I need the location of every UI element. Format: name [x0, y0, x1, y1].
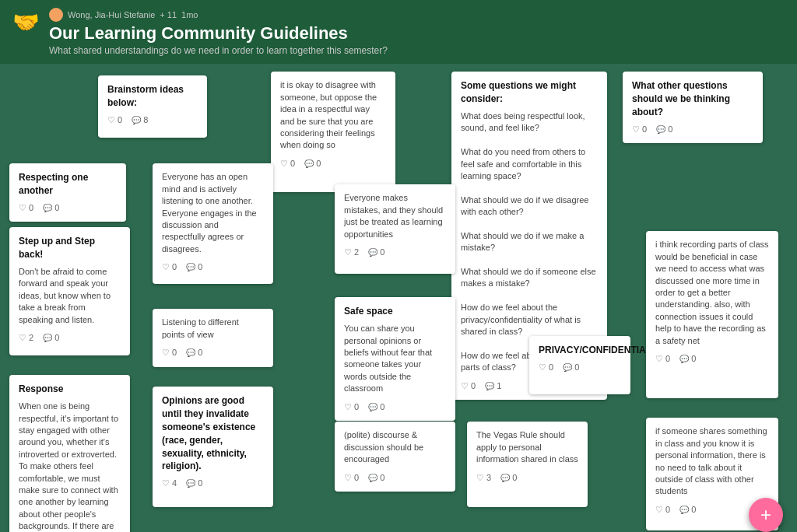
- comment-count[interactable]: 0: [500, 472, 517, 484]
- chat-icon: [679, 353, 689, 365]
- card-body: The Vegas Rule should apply to personal …: [476, 429, 578, 465]
- card-title: Respecting one another: [19, 171, 117, 198]
- chat-icon: [186, 478, 195, 489]
- comment-count[interactable]: 0: [679, 353, 696, 365]
- heart-icon: [476, 472, 484, 484]
- card-footer: 0 0: [162, 347, 264, 359]
- heart-icon: [162, 261, 170, 273]
- comment-count[interactable]: 1: [485, 380, 501, 392]
- card-card14[interactable]: The Vegas Rule should apply to personal …: [467, 422, 588, 507]
- chat-icon: [132, 114, 141, 126]
- heart-icon: [539, 362, 546, 373]
- chat-icon: [304, 158, 314, 170]
- like-count[interactable]: 0: [539, 362, 553, 373]
- time-ago: 1mo: [181, 10, 198, 19]
- heart-icon: [19, 332, 26, 344]
- chat-icon: [43, 332, 52, 344]
- card-card15[interactable]: PRIVACY/CONFIDENTIALITY 0 0: [529, 336, 630, 394]
- header-icon: 🤝: [12, 9, 40, 35]
- like-count[interactable]: 0: [655, 353, 670, 365]
- card-body: Don't be afraid to come forward and spea…: [19, 266, 121, 326]
- like-count[interactable]: 0: [162, 261, 177, 273]
- like-count[interactable]: 0: [655, 504, 670, 516]
- card-footer: 2 0: [19, 332, 121, 344]
- card-footer: 0 0: [632, 124, 753, 135]
- comment-count[interactable]: 8: [132, 114, 148, 126]
- card-body: When one is being respectful, it's impor…: [19, 401, 121, 532]
- comment-count[interactable]: 0: [43, 332, 59, 344]
- card-footer: 0 0: [280, 158, 386, 170]
- author-name: Wong, Jia-Hui Stefanie: [68, 10, 155, 19]
- card-footer: 4 0: [162, 478, 264, 489]
- header: 🤝 Wong, Jia-Hui Stefanie + 11 1mo Our Le…: [0, 0, 797, 64]
- card-footer: 0 0: [539, 362, 621, 373]
- card-body: Everyone makes mistakes, and they should…: [344, 192, 446, 240]
- card-card12[interactable]: Opinions are good until they invalidate …: [153, 387, 273, 507]
- like-count[interactable]: 0: [344, 401, 359, 413]
- heart-icon: [344, 401, 352, 413]
- card-body: it is okay to disagree with someone, but…: [280, 79, 386, 151]
- card-footer: 0 8: [107, 114, 198, 126]
- add-button[interactable]: +: [749, 498, 783, 532]
- like-count[interactable]: 0: [461, 380, 476, 392]
- card-footer: 0 0: [19, 202, 117, 214]
- like-count[interactable]: 0: [280, 158, 295, 170]
- card-card2[interactable]: it is okay to disagree with someone, but…: [271, 72, 395, 192]
- card-body: (polite) discourse & discussion should b…: [344, 429, 446, 465]
- heart-icon: [19, 202, 26, 214]
- card-card8[interactable]: Step up and Step back!Don't be afraid to…: [9, 227, 130, 355]
- comment-count[interactable]: 0: [186, 478, 202, 489]
- card-card9[interactable]: Listening to different points of view 0 …: [153, 309, 273, 366]
- card-footer: 0 0: [162, 261, 264, 273]
- card-footer: 0 0: [344, 472, 446, 484]
- heart-icon: [280, 158, 288, 170]
- like-count[interactable]: 2: [19, 332, 33, 344]
- page-subtitle: What shared understandings do we need in…: [49, 45, 785, 56]
- like-count[interactable]: 0: [19, 202, 33, 214]
- comment-count[interactable]: 0: [368, 472, 384, 484]
- comment-count[interactable]: 0: [186, 347, 202, 359]
- card-card13[interactable]: (polite) discourse & discussion should b…: [335, 422, 455, 492]
- card-footer: 0 0: [655, 353, 769, 365]
- card-card11[interactable]: ResponseWhen one is being respectful, it…: [9, 375, 130, 532]
- chat-icon: [679, 504, 689, 516]
- heart-icon: [461, 380, 469, 392]
- like-count[interactable]: 0: [162, 347, 177, 359]
- like-count[interactable]: 2: [344, 247, 359, 258]
- card-card10[interactable]: Safe spaceYou can share you personal opi…: [335, 297, 455, 421]
- comment-count[interactable]: 0: [368, 401, 384, 413]
- card-title: Safe space: [344, 305, 446, 318]
- card-body: if someone shares something in class and…: [655, 425, 769, 497]
- comment-count[interactable]: 0: [43, 202, 59, 214]
- like-count[interactable]: 0: [344, 472, 359, 484]
- comment-count[interactable]: 0: [368, 247, 384, 258]
- like-count[interactable]: 0: [632, 124, 647, 135]
- heart-icon: [344, 247, 352, 258]
- card-body: Listening to different points of view: [162, 317, 264, 341]
- comment-count[interactable]: 0: [656, 124, 672, 135]
- card-body: Everyone has an open mind and is activel…: [162, 171, 264, 255]
- card-footer: 3 0: [476, 472, 578, 484]
- comment-count[interactable]: 0: [679, 504, 696, 516]
- heart-icon: [344, 472, 352, 484]
- card-body: You can share you personal opinions or b…: [344, 323, 446, 394]
- like-count[interactable]: 0: [107, 114, 122, 126]
- like-count[interactable]: 3: [476, 472, 491, 484]
- card-title: Some questions we might consider:: [461, 79, 598, 106]
- like-count[interactable]: 4: [162, 478, 177, 489]
- comment-count[interactable]: 0: [563, 362, 579, 373]
- card-card7[interactable]: Everyone makes mistakes, and they should…: [335, 184, 455, 274]
- chat-icon: [368, 401, 377, 413]
- comment-count[interactable]: 0: [186, 261, 202, 273]
- card-card1[interactable]: Brainstorm ideas below: 0 8: [98, 75, 207, 138]
- card-card4[interactable]: What other questions should we be thinki…: [623, 72, 763, 143]
- card-title: Brainstorm ideas below:: [107, 83, 198, 110]
- card-card6[interactable]: Everyone has an open mind and is activel…: [153, 163, 273, 284]
- heart-icon: [162, 347, 170, 359]
- card-title: Opinions are good until they invalidate …: [162, 394, 264, 473]
- card-card5[interactable]: Respecting one another 0 0: [9, 163, 126, 222]
- comment-count[interactable]: 0: [304, 158, 321, 170]
- card-card16[interactable]: i think recording parts of class would b…: [646, 231, 778, 398]
- chat-icon: [485, 380, 494, 392]
- chat-icon: [186, 261, 195, 273]
